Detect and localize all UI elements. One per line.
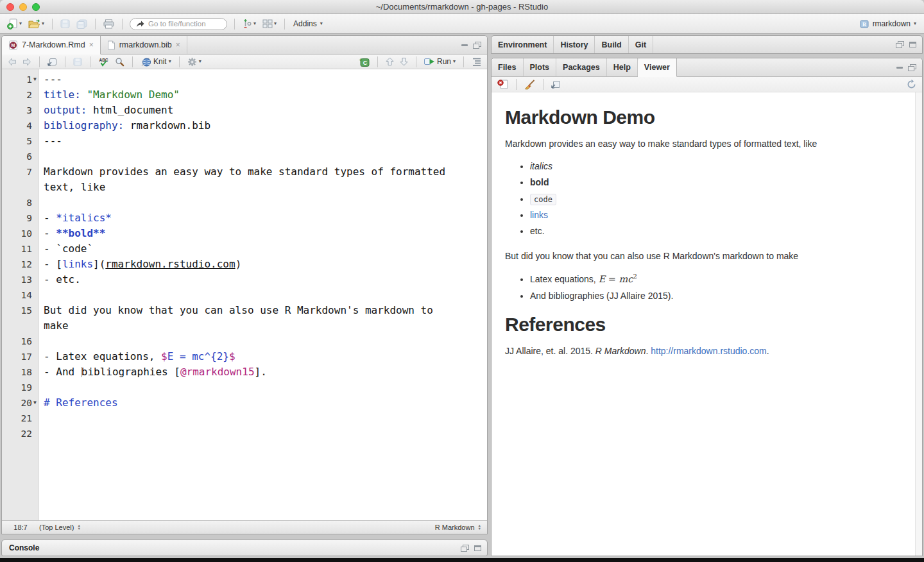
code-row[interactable]: 6	[2, 149, 487, 164]
minimize-pane-icon[interactable]	[461, 44, 468, 46]
version-control-button[interactable]: ▾	[241, 17, 258, 30]
code-row[interactable]: 13- etc.	[2, 272, 487, 287]
line-number[interactable]: 7	[2, 164, 39, 180]
save-all-button[interactable]	[74, 18, 89, 30]
save-button[interactable]	[58, 18, 72, 30]
code-line[interactable]	[39, 334, 44, 349]
links-example-link[interactable]: links	[530, 210, 548, 220]
code-row[interactable]: 18- And bibliographies [@rmarkdown15].	[2, 364, 487, 380]
open-file-button[interactable]: ▾	[26, 18, 46, 30]
code-line[interactable]: ---	[39, 72, 62, 87]
tab-git[interactable]: Git	[629, 36, 653, 53]
knit-button[interactable]: Knit ▾	[139, 56, 173, 67]
reference-link[interactable]: http://rmarkdown.rstudio.com	[651, 346, 767, 356]
console-pane[interactable]: Console	[1, 540, 488, 556]
document-outline-button[interactable]	[470, 57, 483, 67]
line-number[interactable]: 8	[2, 195, 39, 210]
line-number[interactable]	[2, 318, 39, 334]
code-row[interactable]: 2title: "Markdown Demo"	[2, 87, 487, 103]
line-number[interactable]: 19	[2, 380, 39, 395]
line-number[interactable]: 20▼	[2, 395, 39, 411]
code-line[interactable]: - etc.	[39, 272, 81, 287]
code-line[interactable]: # References	[39, 395, 118, 411]
goto-file-input[interactable]	[148, 20, 221, 28]
close-icon[interactable]: ×	[176, 41, 180, 49]
code-row[interactable]: 11- `code`	[2, 241, 487, 257]
line-number[interactable]: 3	[2, 103, 39, 118]
code-row[interactable]: text, like	[2, 180, 487, 195]
code-line[interactable]: output: html_document	[39, 103, 173, 118]
spellcheck-button[interactable]: ABC	[97, 56, 110, 67]
code-row[interactable]: 17- Latex equations, $E = mc^{2}$	[2, 349, 487, 364]
code-line[interactable]: Markdown provides an easy way to make st…	[39, 164, 445, 180]
addins-button[interactable]: Addins ▾	[291, 18, 325, 30]
find-replace-button[interactable]	[114, 56, 126, 67]
clear-all-viewer-button[interactable]	[523, 79, 536, 90]
code-line[interactable]	[39, 380, 44, 395]
code-line[interactable]: text, like	[39, 180, 105, 195]
line-number[interactable]: 18	[2, 364, 39, 380]
code-line[interactable]: title: "Markdown Demo"	[39, 87, 180, 103]
maximize-pane-icon[interactable]	[909, 42, 916, 47]
code-line[interactable]: - [links](rmarkdown.rstudio.com)	[39, 257, 241, 272]
line-number[interactable]: 11	[2, 241, 39, 257]
run-next-chunk-button[interactable]	[398, 56, 409, 67]
code-row[interactable]: 16	[2, 334, 487, 349]
code-row[interactable]: 8	[2, 195, 487, 210]
code-row[interactable]: make	[2, 318, 487, 334]
fold-arrow-icon[interactable]: ▼	[32, 72, 39, 87]
tab-environment[interactable]: Environment	[492, 36, 554, 53]
code-row[interactable]: 15But did you know that you can also use…	[2, 303, 487, 318]
restore-pane-icon[interactable]	[461, 545, 469, 552]
open-in-new-window-button[interactable]	[46, 57, 58, 67]
code-row[interactable]: 20▼# References	[2, 395, 487, 411]
code-line[interactable]	[39, 195, 44, 210]
code-row[interactable]: 3output: html_document	[2, 103, 487, 118]
line-number[interactable]: 10	[2, 226, 39, 241]
tab-plots[interactable]: Plots	[524, 58, 557, 76]
code-line[interactable]: But did you know that you can also use R…	[39, 303, 433, 318]
code-row[interactable]: 7Markdown provides an easy way to make s…	[2, 164, 487, 180]
document-options-button[interactable]: ▾	[186, 56, 203, 67]
line-number[interactable]: 14	[2, 287, 39, 303]
line-number[interactable]: 21	[2, 411, 39, 426]
code-row[interactable]: 5---	[2, 133, 487, 149]
code-row[interactable]: 10- **bold**	[2, 226, 487, 241]
viewer-popout-button[interactable]	[550, 80, 562, 89]
code-row[interactable]: 12- [links](rmarkdown.rstudio.com)	[2, 257, 487, 272]
line-number[interactable]: 15	[2, 303, 39, 318]
code-row[interactable]: 4bibliography: rmarkdown.bib	[2, 118, 487, 133]
tab-viewer[interactable]: Viewer	[638, 58, 677, 77]
tab-packages[interactable]: Packages	[556, 58, 607, 76]
forward-button[interactable]	[21, 57, 33, 67]
code-line[interactable]	[39, 411, 44, 426]
line-number[interactable]: 5	[2, 133, 39, 149]
line-number[interactable]: 17	[2, 349, 39, 364]
clear-viewer-button[interactable]	[496, 79, 509, 90]
goto-file-search[interactable]	[130, 18, 227, 30]
print-button[interactable]	[101, 18, 116, 30]
code-row[interactable]: 19	[2, 380, 487, 395]
line-number[interactable]: 12	[2, 257, 39, 272]
new-file-button[interactable]: ▾	[5, 17, 24, 31]
code-line[interactable]: - `code`	[39, 241, 93, 257]
workspace-panes-button[interactable]: ▾	[261, 18, 278, 30]
tab-rmarkdown-bib[interactable]: rmarkdown.bib ×	[101, 36, 187, 54]
line-number[interactable]: 16	[2, 334, 39, 349]
tab-7-markdown-rmd[interactable]: M 7-Markdown.Rmd ×	[2, 36, 101, 55]
code-line[interactable]: ---	[39, 133, 62, 149]
code-line[interactable]: - **bold**	[39, 226, 105, 241]
code-line[interactable]: - *italics*	[39, 210, 112, 226]
tab-help[interactable]: Help	[607, 58, 638, 76]
line-number[interactable]: 6	[2, 149, 39, 164]
code-line[interactable]	[39, 426, 44, 441]
code-row[interactable]: 21	[2, 411, 487, 426]
line-number[interactable]: 13	[2, 272, 39, 287]
project-menu-button[interactable]: R rmarkdown ▾	[857, 18, 919, 30]
code-row[interactable]: 9- *italics*	[2, 210, 487, 226]
tab-history[interactable]: History	[554, 36, 595, 53]
viewer-scrollbar[interactable]	[915, 92, 922, 556]
code-row[interactable]: 22	[2, 426, 487, 441]
minimize-pane-icon[interactable]	[896, 67, 903, 69]
code-line[interactable]	[39, 149, 44, 164]
